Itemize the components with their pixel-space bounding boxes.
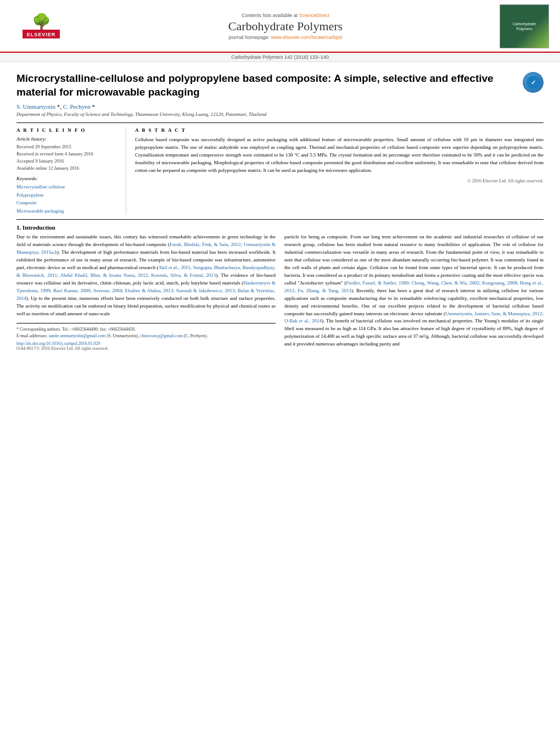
article-info-label: A R T I C L E I N F O: [16, 127, 119, 133]
elsevier-tree-icon: 🌳: [32, 14, 51, 30]
crossmark-logo: ✓: [523, 72, 544, 93]
elsevier-label: ELSEVIER: [23, 30, 60, 38]
ref-akil[interactable]: Akil et al., 2011; Sengupta, Bhattachary…: [16, 265, 276, 278]
keyword-2[interactable]: Polypropylene: [16, 191, 119, 199]
journal-name: Carbohydrate Polymers: [71, 19, 500, 34]
ref-hankermeyer[interactable]: Hankermeyer & Tjeerdema, 1999; Ravi Kuma…: [16, 280, 276, 301]
body-left-paragraph-1: Due to the environment and sustainable i…: [16, 233, 276, 317]
keyword-1[interactable]: Microcrystalline cellulose: [16, 183, 119, 191]
journal-center: Contents lists available at ScienceDirec…: [71, 13, 500, 40]
author-names: S. Ummartyotin *, C. Pechyen *: [16, 103, 95, 110]
ref-faruk[interactable]: Faruk, Bledzki, Fink, & Sain, 2012; Umma…: [16, 242, 276, 255]
introduction-heading: 1. Introduction: [16, 224, 544, 231]
homepage-link[interactable]: www.elsevier.com/locate/carbpol: [271, 35, 343, 40]
homepage-line: journal homepage: www.elsevier.com/locat…: [71, 35, 500, 40]
section-divider: [16, 219, 544, 220]
ref-ummartyotin[interactable]: Ummartyotin, Juntaro, Sain, & Manuspiya,…: [284, 311, 544, 324]
received-revised-date: Received in revised form 4 January 2016: [16, 150, 119, 158]
author-link-2[interactable]: C. Pechyen: [63, 103, 91, 110]
body-right-paragraph-1: particle for being as composite. From ou…: [284, 233, 544, 348]
keyword-4[interactable]: Microwavable packaging: [16, 207, 119, 215]
svg-text:✓: ✓: [531, 79, 536, 86]
history-label: Article history:: [16, 136, 119, 142]
title-section: Microcrystalline-cellulose and polypropy…: [16, 72, 544, 99]
body-two-col: Due to the environment and sustainable i…: [16, 233, 544, 352]
sciencedirect-link[interactable]: ScienceDirect: [299, 13, 330, 18]
received-date: Received 29 September 2015: [16, 143, 119, 150]
abstract-column: A B S T R A C T Cellulose based composit…: [135, 127, 544, 215]
copyright-line: © 2016 Elsevier Ltd. All rights reserved…: [135, 178, 544, 183]
article-container: Microcrystalline-cellulose and polypropy…: [0, 62, 560, 357]
contents-line: Contents lists available at ScienceDirec…: [71, 13, 500, 18]
keywords-list: Microcrystalline cellulose Polypropylene…: [16, 183, 119, 215]
article-info-abstract-section: A R T I C L E I N F O Article history: R…: [16, 122, 544, 215]
journal-header: 🌳 ELSEVIER Contents lists available at S…: [0, 0, 560, 53]
email-link-1[interactable]: sanite.ummartyotin@gmail.com: [49, 333, 105, 338]
elsevier-logo: 🌳 ELSEVIER: [11, 14, 71, 38]
footnote-star: * Corresponding authors. Tel.: +66625644…: [16, 326, 276, 333]
journal-logo-image: CarbohydratePolymers: [500, 4, 549, 48]
accepted-date: Accepted 9 January 2016: [16, 158, 119, 165]
journal-info-bar: Carbohydrate Polymers 142 (2016) 133–140: [0, 53, 560, 62]
article-info-column: A R T I C L E I N F O Article history: R…: [16, 127, 126, 215]
available-online-date: Available online 12 January 2016: [16, 165, 119, 172]
body-right-col: particle for being as composite. From ou…: [284, 233, 544, 352]
abstract-text: Cellulose based composite was successful…: [135, 136, 544, 175]
email-link-2[interactable]: chiravoot.p@gmail.com: [140, 333, 183, 338]
article-dates: Received 29 September 2015 Received in r…: [16, 143, 119, 171]
abstract-label: A B S T R A C T: [135, 127, 544, 133]
footnote-area: * Corresponding authors. Tel.: +66625644…: [16, 323, 276, 351]
keyword-3[interactable]: Composite: [16, 199, 119, 207]
body-left-col: Due to the environment and sustainable i…: [16, 233, 276, 352]
footnote-email: E-mail addresses: sanite.ummartyotin@gma…: [16, 333, 276, 339]
affiliation: Department of Physics, Faculty of Scienc…: [16, 111, 544, 117]
doi-link[interactable]: http://dx.doi.org/10.1016/j.carbpol.2016…: [16, 341, 276, 346]
article-title: Microcrystalline-cellulose and polypropy…: [16, 72, 517, 99]
keywords-label: Keywords:: [16, 176, 119, 181]
issn-line: 0144-8617/© 2016 Elsevier Ltd. All right…: [16, 346, 276, 351]
authors-line: S. Ummartyotin *, C. Pechyen *: [16, 103, 544, 110]
author-link-1[interactable]: S. Ummartyotin: [16, 103, 55, 110]
